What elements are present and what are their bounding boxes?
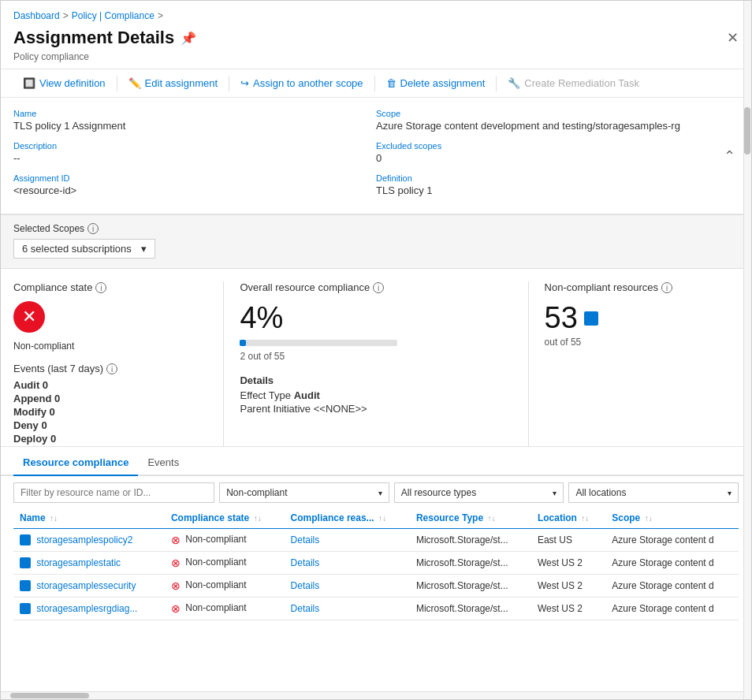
cell-scope-0: Azure Storage content d	[605, 529, 739, 552]
compliance-filter-chevron: ▾	[378, 489, 382, 497]
cell-type-1: Microsoft.Storage/st...	[410, 552, 531, 575]
details-link-2[interactable]: Details	[291, 580, 320, 591]
cell-scope-2: Azure Storage content d	[605, 575, 739, 598]
resource-filter-input[interactable]	[13, 482, 214, 503]
bottom-scrollbar[interactable]	[1, 691, 743, 699]
toolbar-sep-1	[117, 76, 117, 91]
collapse-icon[interactable]: ⌃	[724, 147, 735, 165]
scope-label: Scope	[376, 109, 739, 118]
page-subtitle: Policy compliance	[1, 51, 751, 69]
desc-value: --	[13, 152, 376, 164]
resource-link-1[interactable]: storagesamplestatic	[36, 557, 121, 568]
assignment-id-value: <resource-id>	[13, 184, 376, 196]
compliance-state-info-icon[interactable]: i	[95, 282, 106, 293]
compliance-bar-fill	[240, 340, 246, 346]
breadcrumb-policy[interactable]: Policy | Compliance	[72, 10, 154, 21]
details-left: Name TLS policy 1 Assignment Description…	[13, 109, 376, 206]
view-definition-icon: 🔲	[23, 77, 35, 89]
row-resource-icon-3	[20, 603, 31, 614]
events-info-icon[interactable]: i	[106, 363, 117, 374]
scopes-dropdown[interactable]: 6 selected subscriptions ▾	[13, 239, 155, 259]
type-filter-dropdown[interactable]: All resource types ▾	[394, 482, 564, 503]
view-definition-label: View definition	[39, 77, 106, 89]
compliance-state-value: Non-compliant	[13, 341, 207, 352]
noncompliant-x-1: ⊗	[171, 557, 181, 569]
compliance-filter-label: Non-compliant	[226, 487, 287, 498]
scope-value: Azure Storage content development and te…	[376, 120, 739, 132]
toolbar-sep-3	[374, 76, 375, 91]
col-state-sort[interactable]: ↑↓	[254, 514, 262, 523]
toolbar-sep-2	[229, 76, 229, 91]
breadcrumb: Dashboard > Policy | Compliance >	[1, 1, 751, 24]
delete-assignment-button[interactable]: 🗑 Delete assignment	[377, 74, 495, 92]
col-reason-sort[interactable]: ↑↓	[378, 514, 386, 523]
overall-compliance-info-icon[interactable]: i	[373, 282, 384, 293]
create-remediation-label: Create Remediation Task	[524, 77, 639, 89]
edit-icon: ✏️	[128, 77, 141, 89]
details-info-title: Details	[240, 374, 512, 386]
cell-type-0: Microsoft.Storage/st...	[410, 529, 531, 552]
breadcrumb-dashboard[interactable]: Dashboard	[13, 10, 60, 21]
create-remediation-button[interactable]: 🔧 Create Remediation Task	[498, 74, 649, 92]
noncompliant-icon: ✕	[13, 301, 45, 333]
col-location-sort[interactable]: ↑↓	[581, 514, 589, 523]
noncompliant-info-icon[interactable]: i	[661, 282, 672, 293]
assign-scope-button[interactable]: ↪ Assign to another scope	[231, 74, 372, 92]
assignment-id-label: Assignment ID	[13, 173, 376, 183]
details-link-3[interactable]: Details	[291, 603, 320, 614]
tab-events[interactable]: Events	[138, 450, 188, 476]
cell-reason-2: Details	[285, 575, 410, 598]
col-name[interactable]: Name ↑↓	[13, 508, 165, 529]
col-compliance-state[interactable]: Compliance state ↑↓	[165, 508, 285, 529]
col-compliance-reason[interactable]: Compliance reas... ↑↓	[285, 508, 410, 529]
assignment-details-panel: Dashboard > Policy | Compliance > Assign…	[0, 0, 752, 700]
tab-resource-compliance[interactable]: Resource compliance	[13, 450, 138, 476]
deny-row: Deny 0	[13, 419, 207, 431]
view-definition-button[interactable]: 🔲 View definition	[13, 74, 115, 92]
name-label: Name	[13, 109, 376, 118]
compliance-filter-dropdown[interactable]: Non-compliant ▾	[219, 482, 389, 503]
col-scope[interactable]: Scope ↑↓	[605, 508, 739, 529]
resource-link-0[interactable]: storagesamplespolicy2	[36, 534, 132, 545]
col-name-sort[interactable]: ↑↓	[50, 514, 58, 523]
compliance-state-card: Compliance state i ✕ Non-compliant Event…	[13, 281, 223, 446]
table-row: storagesamplespolicy2 ⊗ Non-compliant De…	[13, 529, 739, 552]
resource-link-3[interactable]: storagesamplesrgdiag...	[36, 603, 137, 614]
table-toolbar: Non-compliant ▾ All resource types ▾ All…	[13, 476, 739, 508]
col-location[interactable]: Location ↑↓	[531, 508, 605, 529]
cell-scope-3: Azure Storage content d	[605, 598, 739, 620]
type-filter-chevron: ▾	[553, 489, 557, 497]
cell-name-3: storagesamplesrgdiag...	[13, 598, 165, 620]
pin-icon[interactable]: 📌	[181, 31, 196, 46]
details-link-0[interactable]: Details	[291, 534, 320, 545]
excluded-scopes-label: Excluded scopes	[376, 141, 739, 151]
table-row: storagesamplesrgdiag... ⊗ Non-compliant …	[13, 598, 739, 620]
bottom-scroll-thumb	[10, 693, 89, 698]
details-link-1[interactable]: Details	[291, 557, 320, 568]
close-icon[interactable]: ✕	[727, 29, 739, 47]
location-filter-dropdown[interactable]: All locations ▾	[568, 482, 739, 503]
deploy-row: Deploy 0	[13, 433, 207, 445]
resource-tabs: Resource compliance Events	[1, 450, 751, 476]
details-info: Details Effect Type Audit Parent Initiat…	[240, 374, 512, 415]
excluded-scopes-value: 0	[376, 152, 739, 164]
table-section: Non-compliant ▾ All resource types ▾ All…	[1, 476, 751, 620]
scopes-section: Selected Scopes i 6 selected subscriptio…	[1, 215, 751, 269]
cell-reason-3: Details	[285, 598, 410, 620]
scope-group: Scope Azure Storage content development …	[376, 109, 739, 132]
cell-reason-0: Details	[285, 529, 410, 552]
scopes-info-icon[interactable]: i	[87, 223, 99, 234]
resource-link-2[interactable]: storagesamplessecurity	[36, 580, 136, 591]
col-scope-sort[interactable]: ↑↓	[645, 514, 653, 523]
right-scrollbar[interactable]	[743, 1, 751, 699]
col-type-sort[interactable]: ↑↓	[487, 514, 495, 523]
col-resource-type[interactable]: Resource Type ↑↓	[410, 508, 531, 529]
row-resource-icon-1	[20, 557, 31, 568]
cell-location-2: West US 2	[531, 575, 605, 598]
page-title: Assignment Details	[13, 28, 174, 48]
location-filter-label: All locations	[575, 487, 626, 498]
edit-assignment-button[interactable]: ✏️ Edit assignment	[119, 74, 228, 92]
cell-type-3: Microsoft.Storage/st...	[410, 598, 531, 620]
desc-group: Description --	[13, 141, 376, 164]
breadcrumb-sep2: >	[158, 10, 163, 21]
